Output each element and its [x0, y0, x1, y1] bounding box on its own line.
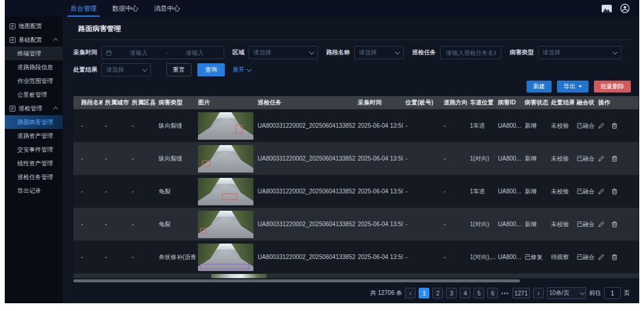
column-header-病害ID: 病害ID — [496, 96, 522, 109]
date-start-input[interactable] — [114, 49, 163, 57]
sidebar-item-公里桩管理[interactable]: 公里桩管理 — [5, 88, 63, 101]
road-name-select[interactable]: 请选择 — [354, 46, 404, 59]
cell-image — [196, 241, 255, 273]
cell-handle-result: 未校验 — [549, 175, 574, 208]
road-photo-thumbnail[interactable] — [198, 112, 253, 140]
cell-disease-status: 新增 — [522, 175, 549, 208]
scrollbar-thumb[interactable] — [73, 279, 520, 282]
user-avatar-icon[interactable] — [620, 4, 630, 13]
inspection-task-input[interactable] — [445, 49, 497, 57]
page-button-1[interactable]: 1 — [419, 288, 429, 298]
cell-city: - — [103, 241, 129, 273]
page-button-3[interactable]: 3 — [446, 288, 457, 298]
nav-tab-消息中心[interactable]: 消息中心 — [146, 0, 188, 17]
sidebar-item-作业范围管理[interactable]: 作业范围管理 — [5, 74, 63, 88]
sidebar-item-label: 交安事件管理 — [17, 146, 53, 154]
cell-operations — [596, 142, 639, 175]
page-button-2[interactable]: 2 — [432, 288, 443, 298]
page-button-6[interactable]: 6 — [487, 288, 498, 298]
prev-page-button[interactable]: ‹ — [405, 288, 416, 298]
sidebar-item-道路资产管理[interactable]: 道路资产管理 — [5, 129, 63, 143]
sidebar-item-label: 路面病害管理 — [17, 118, 53, 127]
nav-tab-后台管理[interactable]: 后台管理 — [63, 0, 104, 17]
disease-type-select[interactable]: 请选择 — [538, 46, 621, 59]
last-page-button[interactable]: 1271 — [512, 288, 530, 298]
sidebar-item-路面病害管理[interactable]: 路面病害管理 — [5, 115, 63, 129]
sidebar-item-终端管理[interactable]: 终端管理 — [5, 47, 63, 60]
cell-county: - — [129, 109, 156, 142]
sidebar-item-label: 导出记录 — [17, 187, 41, 195]
action-buttons: 新建 导出 批量删除 — [73, 81, 631, 93]
screenshot-icon[interactable] — [602, 5, 612, 13]
horizontal-scrollbar[interactable] — [73, 279, 639, 283]
chevron-down-icon — [142, 67, 147, 72]
column-header-路段名称: 路段名称 — [73, 96, 103, 109]
sidebar-item-线性资产管理[interactable]: 线性资产管理 — [5, 156, 63, 170]
sidebar-item-label: 道路资产管理 — [17, 132, 53, 140]
column-header-车道位置: 车道位置 — [467, 96, 496, 109]
column-header-道路方向: 道路方向 — [441, 96, 467, 109]
batch-delete-button[interactable]: 批量删除 — [594, 81, 631, 93]
sidebar-item-地图配置[interactable]: 地图配置 — [5, 19, 63, 33]
page-button-5[interactable]: 5 — [473, 288, 484, 298]
cell-road-name: - — [73, 175, 103, 208]
edit-icon[interactable] — [598, 221, 605, 227]
cell-city: - — [103, 109, 129, 142]
delete-icon[interactable] — [611, 254, 618, 260]
export-label: 导出 — [564, 82, 575, 91]
edit-icon[interactable] — [598, 254, 605, 260]
cell-handle-result: 未校验 — [549, 208, 574, 241]
page-button-4[interactable]: 4 — [460, 288, 470, 298]
cell-inspection-task: UA800331220002_20250604133852059 — [255, 175, 355, 208]
road-photo-thumbnail[interactable] — [198, 244, 253, 271]
sidebar-item-交安事件管理[interactable]: 交安事件管理 — [5, 143, 63, 156]
export-button[interactable]: 导出 — [557, 81, 589, 93]
sidebar-item-基础配置[interactable]: 基础配置 — [5, 33, 63, 47]
reset-button[interactable]: 重置 — [166, 63, 191, 76]
edit-icon[interactable] — [598, 188, 605, 195]
chevron-up-icon — [53, 106, 58, 111]
inspection-task-label: 巡检任务 — [412, 48, 436, 57]
edit-icon[interactable] — [598, 155, 605, 162]
road-photo-thumbnail[interactable] — [198, 145, 253, 173]
create-button[interactable]: 新建 — [527, 81, 552, 93]
query-button[interactable]: 查询 — [197, 63, 225, 76]
expand-link[interactable]: 展开 — [233, 66, 250, 74]
inspection-task-input-box[interactable] — [440, 46, 501, 59]
sidebar-item-label: 地图配置 — [18, 22, 42, 30]
sidebar-item-道路路段信息[interactable]: 道路路段信息 — [5, 60, 63, 74]
chevron-down-icon — [246, 67, 251, 72]
delete-icon[interactable] — [611, 155, 618, 162]
sidebar-item-巡检任务管理[interactable]: 巡检任务管理 — [5, 170, 63, 184]
delete-icon[interactable] — [611, 188, 618, 195]
app-window: 后台管理数据中心消息中心 地图配置基础配置终端管理道路路段信息作业范围管理公里桩… — [5, 0, 639, 303]
area-select[interactable]: 请选择 — [249, 46, 318, 59]
date-range-picker[interactable]: - — [101, 46, 224, 59]
column-header-融合状: 融合状 — [574, 96, 596, 109]
cell-fusion-status: 已融合 — [574, 208, 596, 241]
next-page-button[interactable]: › — [533, 288, 544, 298]
nav-tab-数据中心[interactable]: 数据中心 — [104, 0, 146, 17]
cell-lane-position: 1(对向),... — [467, 241, 496, 273]
road-photo-thumbnail[interactable] — [198, 211, 253, 238]
page-size-select[interactable]: 10条/页 — [547, 287, 586, 299]
handle-result-select[interactable]: 请选择 — [101, 63, 151, 76]
date-end-input[interactable] — [170, 49, 219, 57]
cell-image — [196, 208, 255, 241]
road-photo-thumbnail[interactable] — [198, 178, 253, 205]
cell-lane-position: 1(对向) — [467, 142, 496, 175]
cell-fusion-status: 已融合 — [574, 109, 596, 142]
edit-icon[interactable] — [598, 122, 605, 129]
cell-disease-status: 新增 — [522, 142, 549, 175]
top-navbar: 后台管理数据中心消息中心 — [5, 0, 639, 17]
chevron-down-icon — [395, 50, 400, 54]
goto-page-input[interactable] — [604, 287, 621, 299]
partial-next-row — [73, 273, 639, 278]
delete-icon[interactable] — [611, 221, 618, 227]
total-count: 共 12706 条 — [370, 289, 402, 297]
delete-icon[interactable] — [611, 122, 618, 129]
cell-road-direction: - — [441, 241, 467, 273]
sidebar-item-导出记录[interactable]: 导出记录 — [5, 184, 63, 198]
map-config-icon — [10, 23, 16, 29]
sidebar-item-巡检管理[interactable]: 巡检管理 — [5, 101, 63, 115]
